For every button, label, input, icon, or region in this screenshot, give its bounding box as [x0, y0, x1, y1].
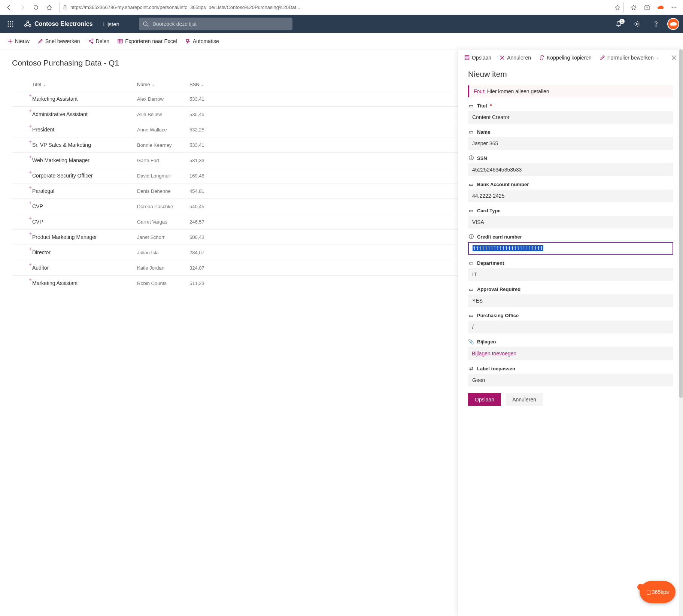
table-row[interactable]: CVP Dorena Paschke 540,45	[12, 198, 458, 214]
cell-title: CVP	[32, 203, 137, 209]
list-header-row: Titel⌄ Name⌄ SSN⌄	[12, 78, 458, 91]
svg-point-3	[674, 7, 675, 8]
cell-ssn: 246,57	[189, 219, 216, 225]
cell-name: Anne Wallace	[137, 127, 189, 133]
svg-rect-23	[118, 39, 122, 43]
svg-point-22	[92, 42, 93, 43]
more-button[interactable]	[668, 1, 680, 13]
cell-title: Corporate Security Officer	[32, 173, 137, 179]
favorites-button[interactable]	[628, 1, 640, 13]
side-panel: Opslaan Annuleren Koppeling kopiëren For…	[458, 49, 683, 616]
cmd-quick-edit[interactable]: Snel bewerken	[34, 36, 84, 46]
notifications-button[interactable]: 1	[611, 16, 626, 31]
cmd-share[interactable]: Delen	[85, 36, 113, 46]
field-creditcard[interactable]: 111111111111111111111111	[468, 242, 673, 255]
cell-ssn: 600,43	[189, 234, 216, 240]
scrollbar-thumb[interactable]	[679, 49, 683, 398]
text-icon: ▭	[468, 181, 474, 187]
cell-ssn: 169,48	[189, 173, 216, 179]
cell-name: Denis Dehenne	[137, 188, 189, 194]
field-ssn[interactable]	[468, 163, 673, 176]
table-row[interactable]: Product Marketing Manager Janet Schorr 6…	[12, 229, 458, 245]
cancel-button[interactable]: Annuleren	[506, 393, 543, 406]
panel-save-button[interactable]: Opslaan	[461, 52, 495, 63]
table-row[interactable]: Administrative Assistant Allie Bellew 53…	[12, 106, 458, 122]
svg-point-13	[12, 26, 13, 27]
new-indicator-icon	[28, 140, 32, 143]
onedrive-icon[interactable]	[655, 1, 667, 13]
svg-point-2	[672, 7, 673, 8]
panel-cancel-button[interactable]: Annuleren	[496, 52, 535, 63]
header-ssn[interactable]: SSN⌄	[189, 82, 216, 87]
table-row[interactable]: Web Marketing Manager Garth Fort 531,33	[12, 152, 458, 168]
table-row[interactable]: Marketing Assistant Alex Darrow 533,41	[12, 91, 458, 106]
new-indicator-icon	[28, 263, 32, 266]
field-name[interactable]	[468, 137, 673, 150]
cell-name: Janet Schorr	[137, 234, 189, 240]
table-row[interactable]: Auditor Katie Jordan 324,07	[12, 260, 458, 275]
table-row[interactable]: Sr. VP Sales & Marketing Bonnie Kearney …	[12, 137, 458, 152]
field-cardtype[interactable]	[468, 216, 673, 228]
browser-chrome: https://m365x366786-my.sharepoint.com/pe…	[0, 0, 683, 15]
app-name[interactable]: Lijsten	[103, 21, 119, 27]
cell-title: CVP	[32, 219, 137, 225]
user-avatar[interactable]	[667, 18, 679, 30]
svg-point-17	[143, 22, 147, 25]
field-label[interactable]	[468, 374, 673, 386]
header-titel[interactable]: Titel⌄	[32, 82, 137, 87]
app-launcher[interactable]	[1, 15, 19, 33]
table-row[interactable]: President Anne Wallace 532,25	[12, 122, 458, 137]
svg-point-4	[676, 7, 677, 8]
collections-button[interactable]	[641, 1, 653, 13]
field-bank[interactable]	[468, 189, 673, 202]
cmd-automate[interactable]: Automatise	[182, 36, 223, 46]
field-approval[interactable]	[468, 294, 673, 307]
home-button[interactable]	[43, 1, 55, 13]
svg-point-7	[12, 21, 13, 22]
cell-ssn: 535,45	[189, 112, 216, 117]
cell-title: Administrative Assistant	[32, 111, 137, 117]
text-icon: ▭	[468, 312, 474, 318]
cell-title: Web Marketing Manager	[32, 157, 137, 163]
help-button[interactable]	[649, 16, 664, 31]
cell-title: Paralegal	[32, 188, 137, 194]
add-attachment-link[interactable]: Bijlagen toevoegen	[468, 347, 673, 360]
settings-button[interactable]	[630, 16, 645, 31]
text-icon: ▭	[468, 103, 474, 109]
new-indicator-icon	[28, 124, 32, 128]
forward-button[interactable]	[16, 1, 28, 13]
field-titel[interactable]	[468, 111, 673, 124]
favorite-icon[interactable]	[614, 4, 620, 10]
scrollbar-track[interactable]	[679, 49, 683, 616]
table-row[interactable]: Corporate Security Officer David Longmui…	[12, 168, 458, 183]
cell-ssn: 533,41	[189, 96, 216, 102]
cell-name: Garret Vargas	[137, 219, 189, 225]
table-row[interactable]: Marketing Assistant Robin Counts 511,23	[12, 275, 458, 291]
text-icon: ▭	[468, 260, 474, 266]
refresh-button[interactable]	[30, 1, 42, 13]
panel-editform-button[interactable]: Formulier bewerken ⌄	[596, 52, 663, 63]
cmd-export-excel[interactable]: Exporteren naar Excel	[114, 36, 181, 46]
cell-ssn: 532,25	[189, 127, 216, 133]
new-indicator-icon	[28, 170, 32, 174]
svg-point-18	[637, 23, 638, 25]
cell-name: Garth Fort	[137, 158, 189, 163]
cell-ssn: 531,33	[189, 158, 216, 163]
table-row[interactable]: Director Julian Isla 284,07	[12, 245, 458, 260]
cell-title: Director	[32, 249, 137, 255]
table-row[interactable]: CVP Garret Vargas 246,57	[12, 214, 458, 229]
panel-copylink-button[interactable]: Koppeling kopiëren	[535, 52, 595, 63]
back-button[interactable]	[3, 1, 15, 13]
address-bar[interactable]: https://m365x366786-my.sharepoint.com/pe…	[59, 2, 624, 13]
svg-point-20	[92, 39, 93, 40]
save-button[interactable]: Opslaan	[468, 393, 501, 406]
field-office[interactable]	[468, 321, 673, 333]
cmd-new[interactable]: Nieuw	[4, 36, 33, 46]
table-row[interactable]: Paralegal Denis Dehenne 454,81	[12, 183, 458, 198]
cell-ssn: 454,81	[189, 188, 216, 194]
tips-badge[interactable]: ▢365tips	[640, 581, 676, 603]
field-department[interactable]	[468, 268, 673, 281]
search-input[interactable]	[152, 21, 289, 27]
search-box[interactable]	[139, 18, 292, 30]
header-name[interactable]: Name⌄	[137, 82, 189, 87]
